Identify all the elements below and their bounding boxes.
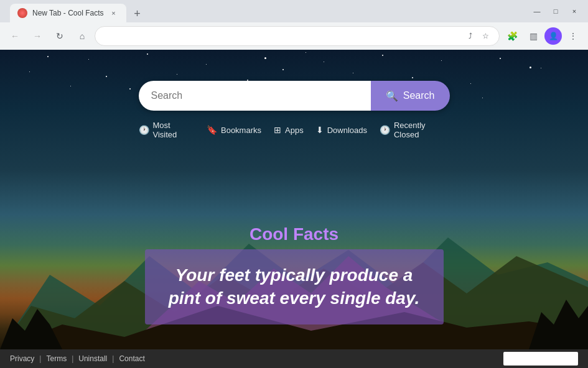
page-content: 🔍 Search 🕐 Most Visited 🔖 Bookmarks ⊞ Ap… bbox=[0, 50, 588, 349]
maximize-button[interactable]: □ bbox=[547, 2, 564, 20]
address-input[interactable] bbox=[103, 32, 459, 41]
search-button[interactable]: 🔍 Search bbox=[371, 81, 450, 111]
profile-icon[interactable]: 👤 bbox=[544, 27, 562, 45]
minimize-button[interactable]: — bbox=[528, 2, 546, 20]
footer: Privacy | Terms | Uninstall | Contact bbox=[0, 349, 588, 368]
quick-links: 🕐 Most Visited 🔖 Bookmarks ⊞ Apps ⬇ Down… bbox=[139, 121, 450, 139]
facts-section: Cool Facts Your feet typically produce a… bbox=[145, 224, 444, 324]
facts-title: Cool Facts bbox=[145, 224, 444, 244]
facts-text: Your feet typically produce a pint of sw… bbox=[165, 264, 424, 310]
search-button-label: Search bbox=[403, 90, 435, 101]
search-button-icon: 🔍 bbox=[386, 90, 398, 102]
back-button[interactable]: ← bbox=[5, 26, 25, 46]
terms-link[interactable]: Terms bbox=[46, 354, 67, 363]
address-icons: ⤴ ☆ bbox=[464, 30, 492, 42]
most-visited-icon: 🕐 bbox=[139, 125, 149, 135]
tab-close-button[interactable]: × bbox=[109, 8, 119, 18]
recently-closed-label: Recently Closed bbox=[394, 121, 450, 139]
sidebar-icon[interactable]: ▥ bbox=[523, 26, 543, 46]
downloads-link[interactable]: ⬇ Downloads bbox=[316, 125, 367, 135]
reload-button[interactable]: ↻ bbox=[50, 26, 70, 46]
apps-icon: ⊞ bbox=[274, 125, 281, 135]
bookmark-icon[interactable]: ☆ bbox=[479, 30, 492, 42]
forward-button[interactable]: → bbox=[27, 26, 47, 46]
recently-closed-icon: 🕐 bbox=[380, 125, 390, 135]
active-tab[interactable]: New Tab - Cool Facts × bbox=[10, 4, 126, 22]
facts-card: Your feet typically produce a pint of sw… bbox=[145, 249, 444, 324]
title-bar: New Tab - Cool Facts × + — □ × bbox=[0, 0, 588, 22]
contact-link[interactable]: Contact bbox=[119, 354, 144, 363]
menu-icon[interactable]: ⋮ bbox=[563, 26, 583, 46]
tab-favicon bbox=[17, 8, 27, 18]
downloads-label: Downloads bbox=[327, 126, 367, 135]
downloads-icon: ⬇ bbox=[316, 125, 324, 135]
new-tab-button[interactable]: + bbox=[129, 5, 146, 22]
toolbar-icons: 🧩 ▥ 👤 ⋮ bbox=[502, 26, 583, 46]
most-visited-link[interactable]: 🕐 Most Visited bbox=[139, 121, 194, 139]
footer-widget bbox=[503, 352, 578, 366]
uninstall-link[interactable]: Uninstall bbox=[78, 354, 107, 363]
search-input[interactable] bbox=[139, 81, 371, 111]
tab-bar: New Tab - Cool Facts × + bbox=[5, 0, 528, 22]
home-button[interactable]: ⌂ bbox=[72, 26, 92, 46]
recently-closed-link[interactable]: 🕐 Recently Closed bbox=[380, 121, 450, 139]
footer-sep-3: | bbox=[112, 354, 114, 363]
tab-title: New Tab - Cool Facts bbox=[32, 9, 104, 17]
navigation-bar: ← → ↻ ⌂ ⤴ ☆ 🧩 ▥ 👤 ⋮ bbox=[0, 22, 588, 50]
window-controls: — □ × bbox=[528, 2, 583, 20]
most-visited-label: Most Visited bbox=[153, 121, 194, 139]
bookmarks-icon: 🔖 bbox=[207, 125, 217, 135]
apps-link[interactable]: ⊞ Apps bbox=[274, 125, 304, 135]
share-icon[interactable]: ⤴ bbox=[464, 30, 477, 42]
extensions-icon[interactable]: 🧩 bbox=[502, 26, 522, 46]
footer-sep-1: | bbox=[39, 354, 41, 363]
privacy-link[interactable]: Privacy bbox=[10, 354, 34, 363]
address-bar[interactable]: ⤴ ☆ bbox=[95, 26, 500, 46]
footer-sep-2: | bbox=[72, 354, 73, 363]
search-section: 🔍 Search 🕐 Most Visited 🔖 Bookmarks ⊞ Ap… bbox=[139, 81, 450, 139]
bookmarks-link[interactable]: 🔖 Bookmarks bbox=[207, 125, 261, 135]
apps-label: Apps bbox=[285, 126, 304, 135]
search-bar: 🔍 Search bbox=[139, 81, 450, 111]
close-button[interactable]: × bbox=[566, 2, 583, 20]
bookmarks-label: Bookmarks bbox=[221, 126, 261, 135]
